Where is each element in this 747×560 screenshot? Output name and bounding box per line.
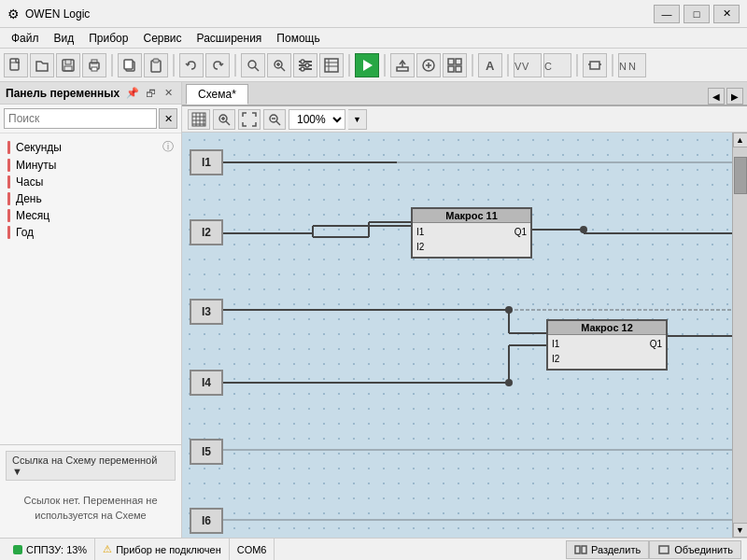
list-item[interactable]: Год xyxy=(0,224,181,241)
download-btn[interactable] xyxy=(416,53,441,77)
macro-12-title: Макрос 12 xyxy=(548,321,666,335)
svg-marker-28 xyxy=(363,60,373,71)
var-info-btn[interactable]: ⓘ xyxy=(162,139,174,155)
panel-pin-btn[interactable]: 📌 xyxy=(125,86,140,101)
tab-next-btn[interactable]: ▶ xyxy=(726,88,743,105)
toolbar-sep-9 xyxy=(612,54,613,77)
list-item[interactable]: Минуты xyxy=(0,157,181,174)
schema-link-label[interactable]: Ссылка на Схему переменной ▼ xyxy=(6,451,176,481)
panel-header: Панель переменных 📌 🗗 ✕ xyxy=(0,82,181,105)
undo-button[interactable] xyxy=(179,53,204,77)
list-item[interactable]: Часы xyxy=(0,174,181,190)
svg-rect-3 xyxy=(65,60,71,64)
macro-block-11[interactable]: Макрос 11 I1 I2 Q1 xyxy=(411,207,532,259)
svg-point-12 xyxy=(248,61,256,68)
var-name: Месяц xyxy=(16,209,49,222)
macro-11-body: I1 I2 Q1 xyxy=(413,223,530,257)
toolbar-sep-4 xyxy=(348,54,350,77)
svg-line-55 xyxy=(226,121,230,125)
toolbar-sep-6 xyxy=(472,54,473,77)
upload-btn[interactable] xyxy=(390,53,415,77)
macro-block-12[interactable]: Макрос 12 I1 I2 Q1 xyxy=(546,319,668,371)
tab-prev-btn[interactable]: ◀ xyxy=(708,88,725,105)
print-button[interactable] xyxy=(82,53,106,77)
list-item[interactable]: Секунды ⓘ xyxy=(0,137,181,157)
grid-toggle-btn[interactable] xyxy=(188,109,210,130)
menu-view[interactable]: Вид xyxy=(47,30,82,47)
input-block-i1[interactable]: I1 xyxy=(190,149,223,175)
text-btn[interactable]: A xyxy=(478,53,502,77)
svg-text:V: V xyxy=(514,61,522,72)
scroll-up-btn[interactable]: ▲ xyxy=(733,133,748,147)
macro-12-body: I1 I2 Q1 xyxy=(548,335,666,369)
vv-btn[interactable]: VV xyxy=(514,53,542,77)
config-btn[interactable] xyxy=(293,53,317,77)
menu-help[interactable]: Помощь xyxy=(269,30,327,47)
panel-restore-btn[interactable]: 🗗 xyxy=(143,86,158,101)
redo-button[interactable] xyxy=(205,53,230,77)
close-button[interactable]: ✕ xyxy=(713,5,740,23)
tab-navigation: ◀ ▶ xyxy=(708,88,747,105)
input-block-i3[interactable]: I3 xyxy=(190,299,223,325)
zoom-fit-btn[interactable] xyxy=(238,109,261,130)
device-io-btn[interactable] xyxy=(583,53,607,77)
svg-rect-91 xyxy=(659,546,669,553)
var-color-indicator xyxy=(7,175,10,189)
combine-label: Объединить xyxy=(674,544,733,555)
canvas-toolbar: 100% 75% 50% 150% 200% ▼ xyxy=(182,106,747,133)
device-status: ⚠ Прибор не подключен xyxy=(95,539,230,560)
svg-text:C: C xyxy=(544,61,552,72)
scroll-thumb[interactable] xyxy=(734,157,747,194)
svg-rect-24 xyxy=(325,59,338,72)
list-item[interactable]: День xyxy=(0,190,181,207)
toolbar-sep-7 xyxy=(507,54,509,77)
search-input[interactable] xyxy=(4,108,157,129)
new-button[interactable] xyxy=(4,53,28,77)
cc-btn[interactable]: C xyxy=(543,53,571,77)
var-color-indicator xyxy=(7,141,10,154)
panel-close-btn[interactable]: ✕ xyxy=(161,86,176,101)
menu-extensions[interactable]: Расширения xyxy=(190,30,270,47)
svg-text:V: V xyxy=(522,61,529,72)
zoom-out-btn[interactable] xyxy=(263,109,286,130)
input-block-i5[interactable]: I5 xyxy=(190,439,223,465)
run-button[interactable] xyxy=(355,53,379,77)
nn-btn[interactable]: NN xyxy=(618,53,646,77)
menu-file[interactable]: Файл xyxy=(4,30,47,47)
menu-device[interactable]: Прибор xyxy=(81,30,135,47)
zoom-in-btn[interactable] xyxy=(213,109,235,130)
scroll-down-btn[interactable]: ▼ xyxy=(733,523,748,538)
right-area: Схема* ◀ ▶ 100% 75% 50% xyxy=(182,82,747,538)
minimize-button[interactable]: — xyxy=(654,5,680,23)
save-button[interactable] xyxy=(56,53,80,77)
combine-button[interactable]: Объединить xyxy=(649,540,741,559)
table-btn[interactable] xyxy=(319,53,344,77)
svg-point-21 xyxy=(301,60,304,63)
zoom-btn[interactable] xyxy=(267,53,291,77)
zoom-select[interactable]: 100% 75% 50% 150% 200% xyxy=(289,109,345,130)
input-block-i2[interactable]: I2 xyxy=(190,219,223,245)
zoom-dropdown-btn[interactable]: ▼ xyxy=(348,109,367,130)
split-button[interactable]: Разделить xyxy=(566,540,649,559)
canvas-grid[interactable]: I1 I2 I3 I4 I5 I6 Q1 Q2 Q3 Q4 Q5 Q6 Макр… xyxy=(182,133,732,538)
macro-11-inputs: I1 I2 xyxy=(413,223,428,257)
window-controls: — □ ✕ xyxy=(654,5,740,23)
search-clear-btn[interactable]: ✕ xyxy=(159,108,177,129)
flash-status: СППЗУ: 13% xyxy=(6,539,95,560)
input-block-i6[interactable]: I6 xyxy=(190,508,223,534)
svg-rect-34 xyxy=(448,59,454,64)
scroll-track xyxy=(733,147,747,523)
search-btn[interactable] xyxy=(241,53,265,77)
grid-config-btn[interactable] xyxy=(443,53,467,77)
open-button[interactable] xyxy=(30,53,54,77)
copy-button[interactable] xyxy=(118,53,142,77)
list-item[interactable]: Месяц xyxy=(0,207,181,224)
svg-text:N: N xyxy=(628,61,636,72)
tab-schema[interactable]: Схема* xyxy=(186,84,248,105)
paste-button[interactable] xyxy=(144,53,168,77)
input-block-i4[interactable]: I4 xyxy=(190,370,223,396)
menu-service[interactable]: Сервис xyxy=(135,30,189,47)
macro-11-title: Макрос 11 xyxy=(413,209,530,223)
app-icon: ⚙ xyxy=(7,7,20,21)
maximize-button[interactable]: □ xyxy=(684,5,710,23)
